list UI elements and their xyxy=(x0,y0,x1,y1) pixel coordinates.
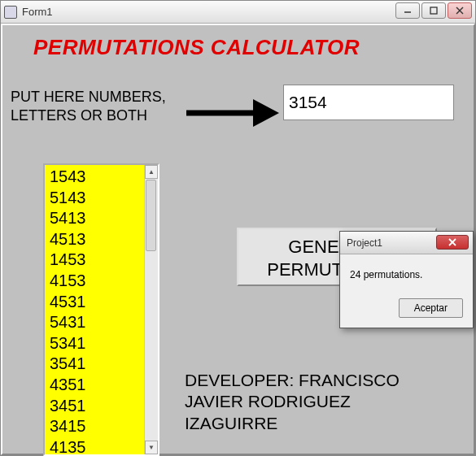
developer-label: DEVELOPER: FRANCISCO JAVIER RODRIGUEZ IZ… xyxy=(185,370,400,434)
client-area: PERMUTATIONS CALCULATOR PUT HERE NUMBERS… xyxy=(1,24,475,455)
close-icon xyxy=(448,238,457,246)
dialog-title: Project1 xyxy=(347,237,382,249)
results-listbox[interactable]: 1543514354134513145341534531543153413541… xyxy=(43,163,159,456)
maximize-icon xyxy=(430,7,438,15)
instruction-label: PUT HERE NUMBERS, LETTERS OR BOTH xyxy=(11,88,166,124)
window-controls xyxy=(395,2,472,19)
list-item[interactable]: 4513 xyxy=(50,229,139,250)
dialog-body: 24 permutations. Aceptar xyxy=(340,254,473,328)
scroll-up-button[interactable]: ▲ xyxy=(145,165,158,179)
list-item[interactable]: 3415 xyxy=(50,416,139,437)
title-bar: Form1 xyxy=(1,1,475,24)
scrollbar[interactable]: ▲ ▼ xyxy=(144,165,158,454)
permutation-input[interactable] xyxy=(283,85,454,120)
scroll-thumb[interactable] xyxy=(146,180,156,251)
dialog-message: 24 permutations. xyxy=(350,269,463,280)
svg-rect-1 xyxy=(430,7,437,14)
list-item[interactable]: 5413 xyxy=(50,208,139,229)
scroll-down-button[interactable]: ▼ xyxy=(145,441,158,454)
maximize-button[interactable] xyxy=(421,2,446,19)
main-window: Form1 PERMUTATIONS CALCULATOR PUT HERE N… xyxy=(0,0,476,456)
results-list: 1543514354134513145341534531543153413541… xyxy=(45,165,144,454)
close-button[interactable] xyxy=(448,2,472,19)
dialog-title-bar: Project1 xyxy=(340,232,473,254)
accept-button[interactable]: Aceptar xyxy=(399,298,463,318)
arrow-icon xyxy=(185,97,279,129)
close-icon xyxy=(456,7,464,15)
dialog-close-button[interactable] xyxy=(436,235,469,250)
list-item[interactable]: 5431 xyxy=(50,312,139,333)
minimize-icon xyxy=(404,7,412,15)
minimize-button[interactable] xyxy=(395,2,420,19)
svg-marker-5 xyxy=(253,99,279,127)
page-title: PERMUTATIONS CALCULATOR xyxy=(33,35,360,60)
window-title: Form1 xyxy=(22,6,53,18)
app-icon xyxy=(4,6,17,19)
message-dialog: Project1 24 permutations. Aceptar xyxy=(339,231,474,328)
list-item[interactable]: 4351 xyxy=(50,375,139,396)
list-item[interactable]: 4531 xyxy=(50,292,139,313)
list-item[interactable]: 1543 xyxy=(50,167,139,188)
dialog-footer: Aceptar xyxy=(350,298,463,318)
list-item[interactable]: 4135 xyxy=(50,437,139,454)
list-item[interactable]: 3541 xyxy=(50,354,139,375)
list-item[interactable]: 5143 xyxy=(50,188,139,209)
list-item[interactable]: 5341 xyxy=(50,333,139,354)
list-item[interactable]: 1453 xyxy=(50,250,139,271)
list-item[interactable]: 4153 xyxy=(50,271,139,292)
list-item[interactable]: 3451 xyxy=(50,396,139,417)
